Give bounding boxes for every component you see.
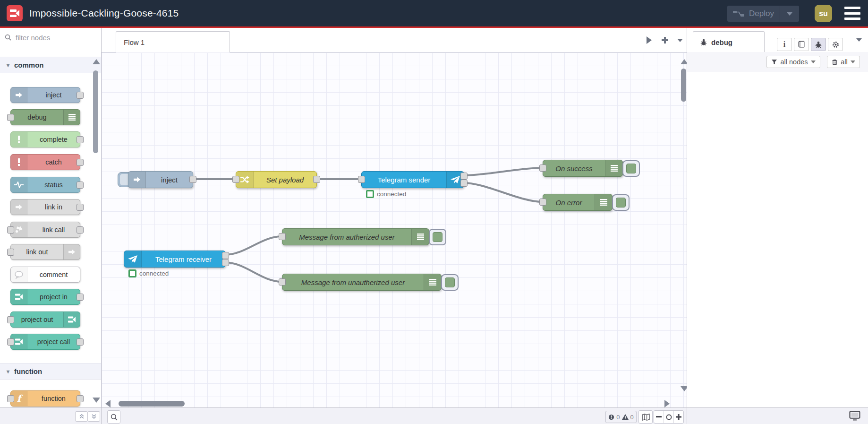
palette-node-project-call[interactable]: project call [10,334,80,350]
input-port[interactable] [7,316,14,323]
monitor-icon [849,411,860,421]
output-port-unauthorized[interactable] [222,259,229,266]
palette-category-common[interactable]: ▾ common [0,57,101,73]
debug-clear-button[interactable]: all [827,56,860,68]
input-port[interactable] [279,278,286,286]
output-port[interactable] [77,159,84,166]
flow-node-on-error[interactable]: On error [543,194,613,211]
user-avatar[interactable]: su [815,5,832,22]
config-tab-button[interactable] [828,38,843,51]
debug-enable-toggle[interactable] [612,194,630,211]
filter-nodes-input[interactable] [15,33,87,42]
tab-scroll-right-button[interactable] [643,35,655,46]
palette-collapse-all-button[interactable] [75,411,88,422]
output-port-authorized[interactable] [222,252,229,259]
input-port[interactable] [232,176,239,183]
zoom-in-icon [676,414,681,420]
input-port[interactable] [539,199,546,206]
input-port[interactable] [358,176,365,183]
palette-node-function[interactable]: f function [10,390,80,407]
output-port[interactable] [77,226,84,234]
palette-node-inject[interactable]: inject [10,87,80,103]
palette-scroll-down-button[interactable] [93,398,100,403]
palette-node-complete[interactable]: complete [10,131,80,147]
output-port[interactable] [313,176,320,183]
debug-enable-toggle[interactable] [622,160,640,177]
deploy-button[interactable]: Deploy [727,6,799,22]
output-port[interactable] [77,294,84,301]
debug-list-icon [411,229,429,245]
input-port[interactable] [7,114,14,121]
debug-list-icon [63,110,80,125]
palette-node-link-call[interactable]: link call [10,222,80,238]
output-port-error[interactable] [460,180,468,187]
palette-node-status[interactable]: status [10,177,80,193]
debug-filter-button[interactable]: all nodes [766,56,820,68]
add-flow-button[interactable] [659,35,671,46]
palette-node-project-in[interactable]: project in [10,289,80,305]
input-port[interactable] [539,164,546,172]
output-port[interactable] [77,204,84,211]
notification-counts[interactable]: 0 0 [605,411,637,423]
debug-tab-button[interactable] [811,38,826,51]
palette-node-debug[interactable]: debug [10,109,80,125]
canvas-search-button[interactable] [107,410,120,424]
warning-triangle-icon [622,414,629,420]
main-menu-button[interactable] [844,7,860,20]
comment-bubble-icon [11,267,27,282]
input-port[interactable] [7,338,14,346]
project-icon [63,312,80,327]
tab-debug[interactable]: debug [693,31,765,52]
tab-flow-1[interactable]: Flow 1 [116,31,230,52]
trash-icon [832,59,838,65]
open-in-window-button[interactable] [849,411,860,423]
input-port[interactable] [279,233,286,240]
flow-node-inject[interactable]: inject [128,171,193,188]
output-port[interactable] [77,136,84,143]
flow-node-telegram-sender[interactable]: Telegram sender [361,171,464,188]
view-navigator-button[interactable] [638,410,653,424]
output-port[interactable] [77,182,84,189]
palette-scrollbar-thumb[interactable] [93,70,98,153]
palette-node-link-in[interactable]: link in [10,199,80,215]
sidebar-options-button[interactable] [856,42,862,50]
chevron-down-icon [677,39,683,42]
book-icon [798,41,805,48]
chevron-down-icon [851,61,855,63]
output-port[interactable] [77,395,84,402]
palette-node-link-out[interactable]: link out [10,244,80,260]
palette-expand-all-button[interactable] [87,411,100,422]
debug-toolbar: all nodes all [687,52,868,72]
flow-node-msg-authorized[interactable]: Message from autherized user [282,228,429,245]
zoom-in-button[interactable] [673,411,683,423]
debug-enable-toggle[interactable] [429,229,446,245]
flow-node-set-payload[interactable]: Set payload [236,171,317,188]
palette-category-function[interactable]: ▾ function [0,363,101,380]
flow-node-on-success[interactable]: On success [543,160,623,177]
flow-canvas[interactable]: inject Set payload Telegram sender [102,52,687,407]
output-port[interactable] [77,92,84,99]
palette-node-catch[interactable]: catch [10,154,80,170]
palette-search [0,28,101,47]
palette-scroll-up-button[interactable] [93,59,100,64]
info-tab-button[interactable]: i [777,38,792,51]
input-port[interactable] [7,249,14,256]
flow-node-telegram-receiver[interactable]: Telegram receiver [124,251,226,268]
output-port[interactable] [77,338,84,346]
zoom-reset-button[interactable] [664,411,673,423]
flow-node-msg-unauthorized[interactable]: Message from unautherized user [282,274,442,291]
palette-node-project-out[interactable]: project out [10,312,80,328]
zoom-out-button[interactable] [654,411,664,423]
input-port[interactable] [7,395,14,402]
deploy-icon [733,10,744,17]
input-port[interactable] [7,226,14,234]
output-port[interactable] [189,176,196,183]
header: Impossible-Cackling-Goose-4615 Deploy su [0,0,868,28]
sidebar-tab-bar: debug i [687,28,868,52]
output-port-success[interactable] [460,173,468,180]
flow-list-button[interactable] [674,35,686,46]
help-tab-button[interactable] [794,38,809,51]
debug-enable-toggle[interactable] [441,274,459,291]
deploy-options-chevron-icon[interactable] [781,12,798,16]
palette-node-comment[interactable]: comment [10,267,80,283]
